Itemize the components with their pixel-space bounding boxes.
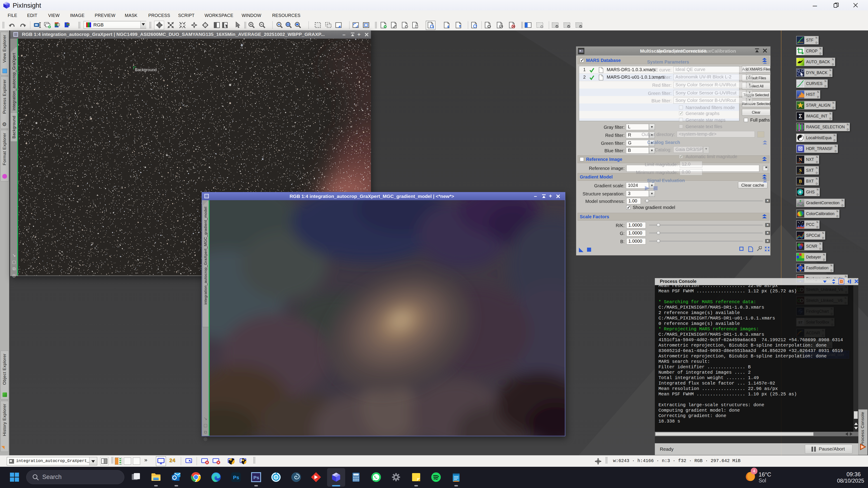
- svg-text:Ps: Ps: [253, 475, 259, 480]
- svg-text:Ps: Ps: [233, 475, 239, 480]
